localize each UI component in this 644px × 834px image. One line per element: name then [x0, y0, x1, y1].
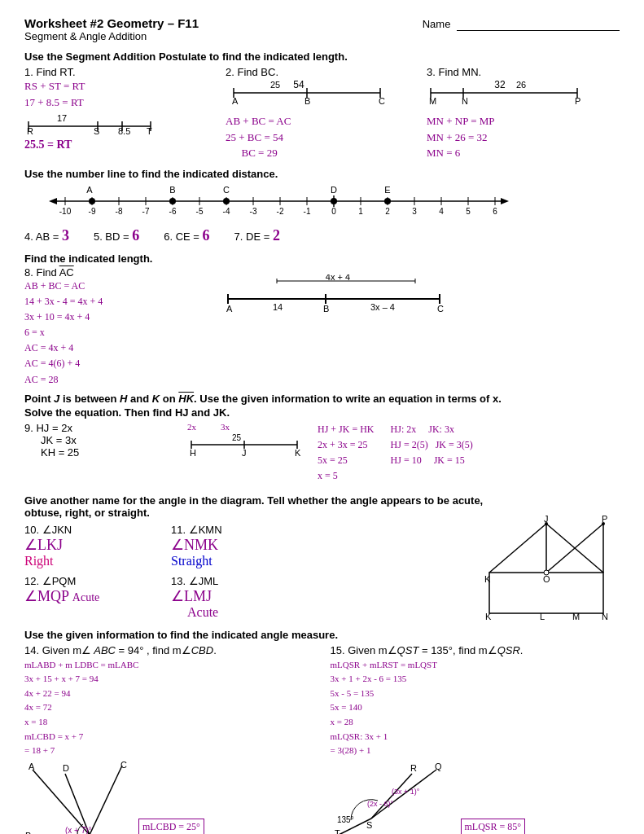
svg-text:(3x + 1)°: (3x + 1)°: [392, 788, 420, 796]
svg-text:C: C: [437, 304, 444, 314]
problem-12-answer: ∠MQP Acute: [24, 587, 155, 605]
section5: Give another name for the angle in the d…: [24, 494, 620, 624]
problem-1: 1. Find RT. RS + ST = RT 17 + 8.5 = RT R…: [24, 66, 217, 151]
svg-text:Q: Q: [435, 762, 442, 771]
svg-text:4x + 4: 4x + 4: [326, 274, 350, 282]
problem-2-label: 2. Find BC.: [226, 66, 418, 78]
segment-hk: 2x 3x H J K 25: [187, 422, 301, 460]
problem-15-diagram-row: Q R T S 135° (3x + 1)° (2x - 6)° mLQSR =…: [331, 762, 620, 834]
section5-instruction: Give another name for the angle in the d…: [24, 494, 620, 507]
number-line-diagram: A B C D E -10 -9 -8 -7 -6 -5 -4 -3 -2 -1…: [41, 183, 620, 222]
problem-12: 12. ∠PQM ∠MQP Acute: [24, 575, 155, 620]
section3-instruction: Find the indicated length.: [24, 252, 620, 265]
problem-9-jk: JK = 3x: [41, 434, 171, 446]
svg-text:A: A: [28, 762, 35, 771]
svg-text:-3: -3: [250, 207, 257, 216]
section1: Use the Segment Addition Postulate to fi…: [24, 50, 620, 161]
svg-text:C: C: [379, 96, 385, 106]
problem-12-label: 12. ∠PQM: [24, 575, 155, 587]
section4-instruction2: Solve the equation. Then find HJ and JK.: [24, 406, 620, 419]
problem-1-answer: 25.5 = RT: [24, 138, 217, 151]
svg-text:A: A: [232, 96, 239, 106]
svg-text:3: 3: [412, 207, 417, 216]
problem-15-work: mLQSR + mLRST = mLQST 3x + 1 + 2x - 6 = …: [331, 658, 620, 758]
problem-8: 8. Find AC AB + BC = AC 14 + 3x - 4 = 4x…: [24, 266, 204, 388]
worksheet-title: Worksheet #2 Geometry – F11 Segment & An…: [24, 16, 199, 42]
svg-text:S: S: [366, 820, 372, 830]
svg-text:-2: -2: [277, 207, 284, 216]
segment-bc: 54 A 25 B C: [226, 78, 418, 113]
svg-text:R: R: [27, 126, 33, 134]
svg-text:-6: -6: [169, 207, 177, 216]
answer-ab: 4. AB = 3: [24, 227, 69, 244]
name-line: [457, 18, 620, 31]
problem-11-type: Straight: [171, 554, 301, 568]
problem-9-kh: KH = 25: [41, 446, 171, 459]
svg-text:B: B: [25, 831, 31, 834]
problem-8-work: AB + BC = AC 14 + 3x - 4 = 4x + 4 3x + 1…: [24, 279, 204, 388]
problem-1-work: RS + ST = RT 17 + 8.5 = RT: [24, 78, 217, 110]
section6: Use the given information to find the in…: [24, 629, 620, 834]
angle-problems: 10. ∠JKN ∠LKJ Right 11. ∠KMN ∠NMK Straig…: [24, 524, 481, 620]
section4: Point J is between H and K on HK. Use th…: [24, 393, 620, 485]
svg-marker-30: [501, 198, 509, 204]
problem-9-work: HJ + JK = HK 2x + 3x = 25 5x = 25 x = 5: [318, 422, 375, 485]
segment-hk-svg: H J K 25: [187, 433, 301, 458]
svg-text:P: P: [575, 96, 580, 106]
svg-text:1: 1: [358, 207, 363, 216]
title-text: Worksheet #2 Geometry – F11: [24, 16, 199, 30]
svg-text:J: J: [242, 448, 247, 458]
problem-10-answer: ∠LKJ: [24, 536, 155, 554]
svg-text:-9: -9: [89, 207, 96, 216]
problem-9: 9. HJ = 2x JK = 3x KH = 25: [24, 422, 171, 459]
svg-text:4: 4: [439, 207, 444, 216]
problem-11: 11. ∠KMN ∠NMK Straight: [171, 524, 301, 568]
segment-ac-diagram: 4x + 4 A 14 B 3x – 4 C: [220, 274, 448, 318]
svg-text:A: A: [86, 185, 93, 195]
svg-text:-8: -8: [116, 207, 123, 216]
svg-text:14: 14: [273, 302, 283, 312]
problem-11-label: 11. ∠KMN: [171, 524, 301, 536]
svg-text:P: P: [602, 516, 607, 524]
svg-text:17: 17: [57, 113, 67, 123]
problem-13-label: 13. ∠JML: [171, 575, 301, 587]
svg-text:K: K: [484, 574, 491, 584]
problem-14-given: 14. Given m∠ ABC = 94° , find m∠CBD.: [24, 644, 314, 656]
header: Worksheet #2 Geometry – F11 Segment & An…: [24, 16, 620, 42]
problem-15-diagram: Q R T S 135° (3x + 1)° (2x - 6)°: [331, 762, 453, 834]
svg-text:26: 26: [516, 80, 526, 90]
svg-line-126: [371, 774, 412, 819]
section2-instruction: Use the number line to find the indicate…: [24, 168, 620, 180]
svg-text:2: 2: [385, 207, 390, 216]
svg-text:-10: -10: [59, 207, 72, 216]
svg-point-48: [89, 198, 95, 204]
segment-bc-svg: 54 A 25 B C: [226, 78, 388, 111]
svg-text:-5: -5: [196, 207, 204, 216]
angle-row2: 12. ∠PQM ∠MQP Acute 13. ∠JML ∠LMJ Acute: [24, 575, 481, 620]
svg-text:5: 5: [466, 207, 471, 216]
svg-point-51: [331, 198, 337, 204]
svg-text:(x + 7)°: (x + 7)°: [65, 826, 92, 834]
svg-text:-7: -7: [142, 207, 150, 216]
angle-diagram: J P K O K L M N: [481, 516, 620, 624]
svg-text:25: 25: [270, 80, 280, 90]
svg-text:25: 25: [232, 433, 242, 442]
problem-10-label: 10. ∠JKN: [24, 524, 155, 536]
problem-14-answer: mLCBD = 25°: [138, 819, 204, 834]
section6-instruction: Use the given information to find the in…: [24, 629, 620, 641]
segment-mn-svg: 32 M N 26 P: [427, 78, 581, 111]
segment-ac-svg: 4x + 4 A 14 B 3x – 4 C: [220, 274, 448, 315]
problem-14: 14. Given m∠ ABC = 94° , find m∠CBD. mLA…: [24, 644, 314, 834]
problem-3-work: MN + NP = MP MN + 26 = 32 MN = 6: [427, 113, 620, 161]
problem-14-diagram-row: A D C B (3x + 15)° (x + 7)° B 94° mLCBD …: [24, 762, 314, 834]
problem-9-label: 9. HJ = 2x: [24, 422, 171, 434]
angle-diagram-svg: J P K O K L M N: [481, 516, 611, 621]
section1-problems: 1. Find RT. RS + ST = RT 17 + 8.5 = RT R…: [24, 66, 620, 161]
svg-text:D: D: [63, 763, 69, 773]
svg-text:-4: -4: [223, 207, 230, 216]
problem-10-type: Right: [24, 554, 155, 568]
subtitle-text: Segment & Angle Addition: [24, 30, 199, 42]
problem-13-answer: ∠LMJ: [171, 587, 301, 605]
section2-answers: 4. AB = 3 5. BD = 6 6. CE = 6 7. DE = 2: [24, 227, 620, 244]
svg-line-99: [489, 524, 546, 573]
